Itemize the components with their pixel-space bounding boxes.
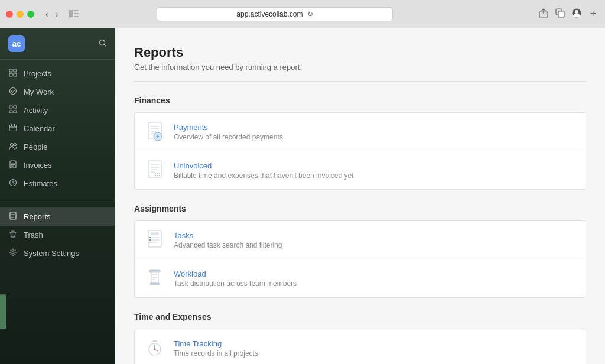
uninvoiced-icon [144,160,165,181]
timetracking-icon [144,337,165,359]
report-name: Time Tracking [174,339,576,348]
assignments-cards: Tasks Advanced task search and filtering [134,220,586,298]
search-icon[interactable] [99,39,107,49]
svg-rect-6 [558,11,564,17]
svg-point-25 [12,251,14,254]
report-card-tasks[interactable]: Tasks Advanced task search and filtering [135,221,586,259]
report-name: Uninvoiced [174,161,576,170]
svg-rect-48 [151,272,158,283]
svg-point-8 [575,10,578,14]
sidebar-toggle-button[interactable] [66,8,82,21]
sidebar-item-label: Reports [24,212,51,221]
page-divider [134,81,586,82]
report-card-time-tracking[interactable]: Time Tracking Time records in all projec… [135,329,586,364]
report-card-payments[interactable]: Payments Overview of all recorded paymen… [135,113,586,151]
report-info-payments: Payments Overview of all recorded paymen… [174,123,576,141]
feedback-tab[interactable]: Feedback [0,294,6,329]
section-title-time-expenses: Time and Expenses [134,312,586,321]
svg-rect-0 [69,10,73,17]
page-title: Reports [134,45,586,60]
sidebar-item-label: Trash [24,230,43,239]
sidebar: ac Projects My Work [0,28,115,364]
sidebar-item-estimates[interactable]: Estimates [0,174,115,193]
fullscreen-button[interactable] [27,11,34,18]
sidebar-item-reports[interactable]: Reports [0,207,115,226]
sidebar-item-people[interactable]: People [0,138,115,156]
sidebar-item-label: Projects [24,69,51,78]
url-bar[interactable]: app.activecollab.com ↻ [157,7,393,21]
svg-rect-12 [9,73,12,76]
svg-rect-19 [9,125,17,131]
report-info-time-tracking: Time Tracking Time records in all projec… [174,339,576,358]
close-button[interactable] [6,11,13,18]
sidebar-header: ac [0,28,115,60]
sidebar-item-trash[interactable]: Trash [0,226,115,244]
svg-rect-15 [9,106,12,108]
report-info-tasks: Tasks Advanced task search and filtering [174,231,576,249]
nav-buttons: ‹ › [43,8,61,20]
svg-rect-32 [148,161,161,177]
minimize-button[interactable] [17,11,24,18]
svg-rect-18 [14,110,17,113]
sidebar-item-label: People [24,142,47,151]
people-icon [8,142,18,152]
svg-rect-13 [14,73,17,76]
sidebar-item-system-settings[interactable]: System Settings [0,244,115,262]
svg-rect-16 [9,110,12,113]
svg-rect-17 [14,106,17,108]
svg-rect-11 [14,69,17,72]
sidebar-item-calendar[interactable]: Calendar [0,119,115,138]
url-text: app.activecollab.com [236,10,302,18]
section-time-expenses: Time and Expenses Time Tracking [134,312,586,364]
workload-icon [144,268,165,289]
invoice-icon [8,160,18,170]
sidebar-item-projects[interactable]: Projects [0,64,115,83]
svg-rect-47 [149,270,160,272]
report-desc: Billable time and expenses that haven't … [174,171,576,180]
payments-icon [144,121,165,142]
reports-icon [8,212,18,222]
duplicate-button[interactable] [554,6,567,21]
svg-point-45 [149,239,151,240]
back-button[interactable]: ‹ [43,8,51,20]
report-desc: Time records in all projects [174,349,576,358]
new-tab-button[interactable]: + [587,6,599,21]
svg-rect-52 [150,283,160,285]
browser-actions: + [537,6,599,21]
nav-divider [0,200,115,200]
report-name: Workload [174,269,576,278]
svg-point-14 [10,88,17,95]
activity-icon [8,105,18,115]
report-info-workload: Workload Task distribution across team m… [174,269,576,288]
svg-point-54 [154,349,156,350]
section-title-finances: Finances [134,96,586,105]
sidebar-item-activity[interactable]: Activity [0,101,115,119]
report-desc: Task distribution across team members [174,280,576,288]
share-button[interactable] [537,6,550,21]
section-title-assignments: Assignments [134,204,586,213]
report-card-workload[interactable]: Workload Task distribution across team m… [135,259,586,297]
app-logo[interactable]: ac [8,35,25,52]
sidebar-item-label: My Work [24,87,54,96]
forward-button[interactable]: › [53,8,61,20]
report-card-uninvoiced[interactable]: Uninvoiced Billable time and expenses th… [135,151,586,189]
section-finances: Finances [134,96,586,190]
profile-button[interactable] [570,6,583,21]
trash-icon [8,230,18,240]
grid-icon [8,69,18,79]
finances-cards: Payments Overview of all recorded paymen… [134,112,586,190]
svg-point-21 [14,144,17,146]
settings-icon [8,248,18,258]
reload-button[interactable]: ↻ [307,10,313,18]
report-name: Payments [174,123,576,132]
sidebar-item-my-work[interactable]: My Work [0,83,115,101]
nav-section-secondary: Reports Trash System Settings [0,203,115,267]
sidebar-item-label: Activity [24,106,48,115]
page-subtitle: Get the information you need by running … [134,63,586,72]
sidebar-item-label: Invoices [24,161,52,170]
sidebar-item-invoices[interactable]: Invoices [0,156,115,174]
nav-section-main: Projects My Work Activity [0,60,115,197]
svg-rect-10 [9,69,12,72]
svg-rect-1 [74,10,79,11]
svg-point-44 [149,237,151,238]
